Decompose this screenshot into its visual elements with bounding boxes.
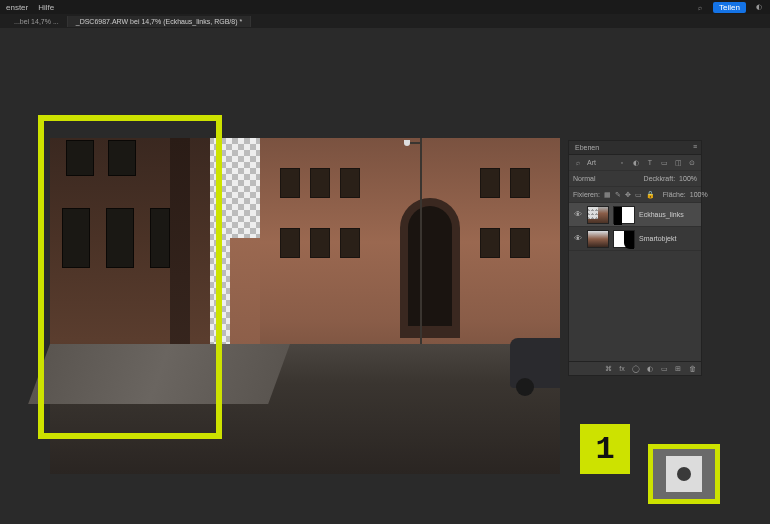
filter-shape-icon[interactable]: ▭ [659, 158, 669, 168]
layer-mask-thumbnail[interactable] [613, 230, 635, 248]
menu-bar: enster Hilfe ⌕ Teilen ◐ [0, 0, 770, 14]
fx-icon[interactable]: fx [617, 364, 627, 374]
layer-thumbnail[interactable] [587, 230, 609, 248]
lock-artboard-icon[interactable]: ▭ [635, 190, 642, 200]
opacity-value[interactable]: 100% [679, 175, 697, 182]
share-button[interactable]: Teilen [713, 2, 746, 13]
search-icon[interactable]: ⌕ [695, 2, 705, 12]
panel-footer: ⌘ fx ◯ ◐ ▭ ⊞ 🗑 [569, 361, 701, 375]
filter-type-label[interactable]: Art [587, 159, 596, 166]
workspace: Ebenen ≡ ⌕ Art ▫ ◐ T ▭ ◫ ⊙ Normal Deckkr… [0, 28, 770, 524]
blend-opacity-row: Normal Deckkraft: 100% [569, 171, 701, 187]
filter-smart-icon[interactable]: ◫ [673, 158, 683, 168]
menu-help[interactable]: Hilfe [38, 3, 54, 12]
image-car [510, 338, 560, 388]
image-streetlamp [420, 138, 422, 358]
trash-icon[interactable]: 🗑 [687, 364, 697, 374]
lock-label: Fixieren: [573, 191, 600, 198]
layer-item[interactable]: 👁 Eckhaus_links [569, 203, 701, 227]
menu-window[interactable]: enster [6, 3, 28, 12]
layer-name[interactable]: Smartobjekt [639, 235, 676, 242]
lock-brush-icon[interactable]: ✎ [615, 190, 621, 200]
account-icon[interactable]: ◐ [754, 2, 764, 12]
filter-image-icon[interactable]: ▫ [617, 158, 627, 168]
search-icon[interactable]: ⌕ [573, 158, 583, 168]
mask-icon[interactable]: ◯ [631, 364, 641, 374]
group-icon[interactable]: ▭ [659, 364, 669, 374]
layer-mask-thumbnail[interactable] [613, 206, 635, 224]
fill-label: Fläche: [663, 191, 686, 198]
visibility-icon[interactable]: 👁 [573, 210, 583, 219]
layer-filter-row: ⌕ Art ▫ ◐ T ▭ ◫ ⊙ [569, 155, 701, 171]
image-archway [400, 198, 460, 338]
document-tab[interactable]: ...bel 14,7% ... [6, 16, 68, 27]
canvas[interactable] [50, 138, 560, 474]
lock-fill-row: Fixieren: ▦ ✎ ✥ ▭ 🔒 Fläche: 100% [569, 187, 701, 203]
lock-move-icon[interactable]: ✥ [625, 190, 631, 200]
step-number-badge: 1 [580, 424, 630, 474]
step-number: 1 [595, 431, 614, 468]
layer-list: 👁 Eckhaus_links 👁 Smartobjekt [569, 203, 701, 361]
panel-tab-bar: Ebenen ≡ [569, 141, 701, 155]
filter-text-icon[interactable]: T [645, 158, 655, 168]
layer-item[interactable]: 👁 Smartobjekt [569, 227, 701, 251]
lock-trans-icon[interactable]: ▦ [604, 190, 611, 200]
panel-menu-icon[interactable]: ≡ [693, 143, 697, 150]
opacity-label: Deckkraft: [644, 175, 676, 182]
visibility-icon[interactable]: 👁 [573, 234, 583, 243]
document-tabs: ...bel 14,7% ... _DSC6987.ARW bei 14,7% … [0, 14, 770, 28]
new-layer-icon[interactable]: ⊞ [673, 364, 683, 374]
mask-button-callout [648, 444, 720, 504]
panel-tab-layers[interactable]: Ebenen [575, 144, 599, 151]
layer-thumbnail[interactable] [587, 206, 609, 224]
image-road [50, 344, 560, 474]
adjustment-icon[interactable]: ◐ [645, 364, 655, 374]
link-layers-icon[interactable]: ⌘ [603, 364, 613, 374]
filter-adjust-icon[interactable]: ◐ [631, 158, 641, 168]
blend-mode-select[interactable]: Normal [573, 175, 596, 182]
fill-value[interactable]: 100% [690, 191, 708, 198]
mask-icon [666, 456, 702, 492]
layers-panel: Ebenen ≡ ⌕ Art ▫ ◐ T ▭ ◫ ⊙ Normal Deckkr… [568, 140, 702, 376]
filter-toggle-icon[interactable]: ⊙ [687, 158, 697, 168]
layer-name[interactable]: Eckhaus_links [639, 211, 684, 218]
lock-all-icon[interactable]: 🔒 [646, 190, 655, 200]
document-tab-active[interactable]: _DSC6987.ARW bei 14,7% (Eckhaus_links, R… [68, 16, 251, 27]
